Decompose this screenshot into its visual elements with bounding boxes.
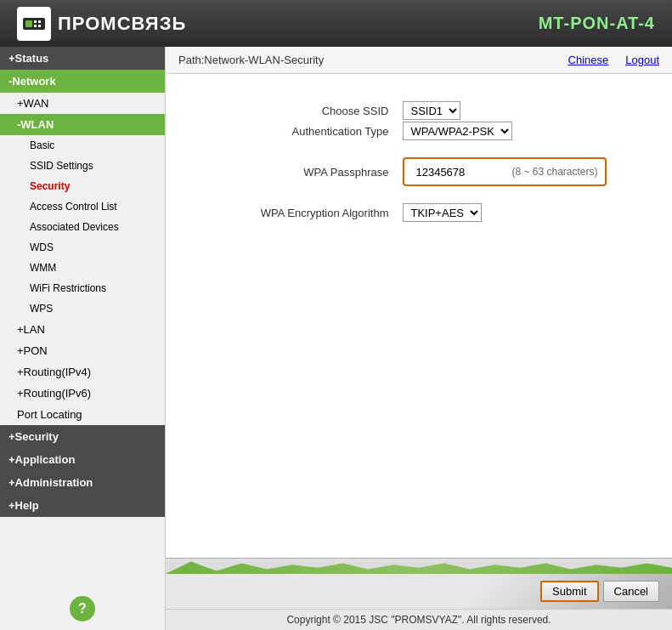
breadcrumb: Path:Network-WLAN-Security <box>178 54 324 66</box>
sidebar-item-access-control-list[interactable]: Access Control List <box>0 196 165 217</box>
footer-buttons: Submit Cancel <box>166 574 672 609</box>
sidebar-item-associated-devices[interactable]: Associated Devices <box>0 217 165 237</box>
svg-rect-5 <box>38 25 41 27</box>
sidebar-item-basic[interactable]: Basic <box>0 135 165 156</box>
logout-link[interactable]: Logout <box>625 54 659 66</box>
sidebar-item-wlan[interactable]: -WLAN <box>0 114 165 135</box>
sidebar-item-security[interactable]: Security <box>0 176 165 196</box>
choose-ssid-label: Choose SSID <box>231 101 401 120</box>
header: ПРОМСВЯЗЬ MT-PON-AT-4 <box>0 0 672 47</box>
content-area: Path:Network-WLAN-Security Chinese Logou… <box>166 47 672 630</box>
submit-button[interactable]: Submit <box>540 581 598 602</box>
svg-rect-2 <box>34 20 37 23</box>
encryption-select[interactable]: TKIP+AES TKIP AES <box>403 203 482 222</box>
svg-rect-1 <box>25 20 32 27</box>
auth-type-row: Authentication Type WPA/WPA2-PSK WPA-PSK… <box>231 122 606 156</box>
svg-rect-4 <box>34 25 37 27</box>
encryption-row: WPA Encryption Algorithm TKIP+AES TKIP A… <box>231 203 606 222</box>
sidebar-item-wmm[interactable]: WMM <box>0 258 165 278</box>
sidebar-item-network[interactable]: -Network <box>0 70 165 93</box>
sidebar-item-application[interactable]: +Application <box>0 448 165 471</box>
sidebar-item-ssid-settings[interactable]: SSID Settings <box>0 156 165 176</box>
passphrase-group: (8 ~ 63 characters) <box>403 157 606 186</box>
sidebar-item-administration[interactable]: +Administration <box>0 471 165 494</box>
device-name: MT-PON-AT-4 <box>539 14 655 33</box>
sidebar: +Status -Network +WAN -WLAN Basic SSID S… <box>0 47 166 630</box>
choose-ssid-select[interactable]: SSID1 SSID2 SSID3 SSID4 <box>403 101 460 120</box>
logo-text: ПРОМСВЯЗЬ <box>58 13 186 35</box>
main-layout: +Status -Network +WAN -WLAN Basic SSID S… <box>0 47 672 630</box>
choose-ssid-control: SSID1 SSID2 SSID3 SSID4 <box>403 101 606 120</box>
sidebar-item-wan[interactable]: +WAN <box>0 93 165 114</box>
encryption-cell: TKIP+AES TKIP AES <box>403 203 606 222</box>
sidebar-item-security-section[interactable]: +Security <box>0 425 165 448</box>
sidebar-item-routing-ipv4[interactable]: +Routing(IPv4) <box>0 361 165 383</box>
logo-icon <box>17 7 51 41</box>
sidebar-item-port-locating[interactable]: Port Locating <box>0 404 165 425</box>
passphrase-cell: (8 ~ 63 characters) <box>403 157 606 201</box>
cancel-button[interactable]: Cancel <box>603 581 659 602</box>
sidebar-item-help[interactable]: +Help <box>0 494 165 517</box>
choose-ssid-cell: SSID1 SSID2 SSID3 SSID4 <box>403 101 606 120</box>
form-table: Choose SSID SSID1 SSID2 SSID3 SSID4 <box>229 99 607 224</box>
passphrase-label: WPA Passphrase <box>231 157 401 201</box>
encryption-label: WPA Encryption Algorithm <box>231 203 401 222</box>
auth-type-select[interactable]: WPA/WPA2-PSK WPA-PSK WPA2-PSK Open Share… <box>403 122 512 140</box>
sidebar-item-wifi-restrictions[interactable]: WiFi Restrictions <box>0 278 165 298</box>
passphrase-input[interactable] <box>411 162 505 181</box>
logo: ПРОМСВЯЗЬ <box>17 7 186 41</box>
choose-ssid-row: Choose SSID SSID1 SSID2 SSID3 SSID4 <box>231 101 606 120</box>
auth-type-cell: WPA/WPA2-PSK WPA-PSK WPA2-PSK Open Share… <box>403 122 606 156</box>
sidebar-item-lan[interactable]: +LAN <box>0 319 165 340</box>
footer: Submit Cancel Copyright © 2015 JSC "PROM… <box>166 558 672 630</box>
sidebar-item-wds[interactable]: WDS <box>0 237 165 258</box>
footer-wave <box>166 559 672 574</box>
content-body: Choose SSID SSID1 SSID2 SSID3 SSID4 <box>166 74 672 558</box>
auth-type-label: Authentication Type <box>231 122 401 156</box>
chinese-link[interactable]: Chinese <box>568 54 609 66</box>
auth-type-control: WPA/WPA2-PSK WPA-PSK WPA2-PSK Open Share… <box>403 122 606 140</box>
header-links: Chinese Logout <box>568 54 659 66</box>
sidebar-item-status[interactable]: +Status <box>0 47 165 70</box>
footer-copyright: Copyright © 2015 JSC "PROMSVYAZ". All ri… <box>166 609 672 630</box>
help-button[interactable]: ? <box>70 596 95 621</box>
sidebar-item-wps[interactable]: WPS <box>0 298 165 319</box>
svg-rect-3 <box>38 20 41 23</box>
content-header: Path:Network-WLAN-Security Chinese Logou… <box>166 47 672 74</box>
encryption-control: TKIP+AES TKIP AES <box>403 203 606 222</box>
sidebar-item-pon[interactable]: +PON <box>0 340 165 361</box>
passphrase-row: WPA Passphrase (8 ~ 63 characters) <box>231 157 606 201</box>
passphrase-hint: (8 ~ 63 characters) <box>511 166 597 178</box>
sidebar-item-routing-ipv6[interactable]: +Routing(IPv6) <box>0 383 165 404</box>
